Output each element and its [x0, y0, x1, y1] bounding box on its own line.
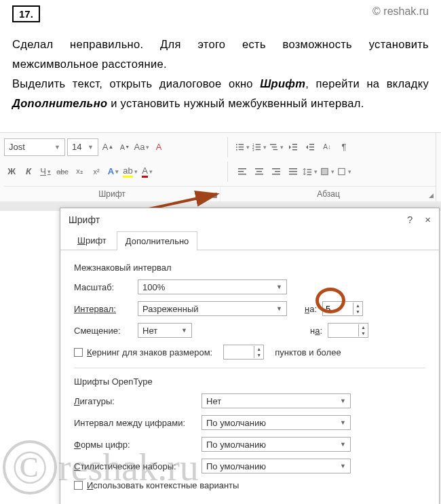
- subscript-button[interactable]: x₂: [72, 164, 87, 179]
- ligatures-combo[interactable]: Нет▼: [202, 393, 351, 408]
- font-name-combo[interactable]: Jost▼: [4, 138, 65, 156]
- help-button[interactable]: ?: [407, 214, 413, 225]
- para-dialog-launcher-icon[interactable]: ◢: [429, 192, 434, 199]
- svg-rect-1: [239, 144, 244, 144]
- svg-rect-35: [307, 174, 312, 174]
- font-size-combo[interactable]: 14▼: [67, 138, 98, 156]
- align-center-icon[interactable]: [252, 164, 267, 179]
- svg-rect-19: [309, 147, 314, 148]
- highlight-icon[interactable]: ab▾: [123, 164, 138, 179]
- watermark-top: © reshak.ru: [372, 5, 429, 18]
- italic-button[interactable]: К: [21, 164, 36, 179]
- bold-button[interactable]: Ж: [4, 164, 19, 179]
- svg-rect-36: [322, 168, 328, 174]
- grow-font-icon[interactable]: A▲: [100, 140, 115, 155]
- line-spacing-icon[interactable]: ▾: [303, 164, 318, 179]
- svg-rect-31: [289, 171, 297, 172]
- svg-rect-13: [272, 147, 277, 147]
- svg-rect-12: [270, 144, 276, 144]
- interval-combo[interactable]: Разреженный▼: [138, 301, 287, 316]
- offset-combo[interactable]: Нет▼: [138, 323, 192, 338]
- change-case-icon[interactable]: Aa▾: [134, 140, 149, 155]
- multilevel-icon[interactable]: ▾: [269, 140, 284, 155]
- word-ribbon: Jost▼ 14▼ A▲ A▼ Aa▾ A ▾ 123▾ ▾ A↓ ¶ Ж К …: [0, 132, 441, 201]
- svg-rect-20: [309, 149, 314, 151]
- stylistic-combo[interactable]: По умолчанию▼: [202, 459, 351, 473]
- numspacing-combo[interactable]: По умолчанию▼: [202, 415, 351, 430]
- offset-spinner[interactable]: ▲▼: [328, 323, 368, 338]
- instruction-text: Сделал неправильно. Для этого есть возмо…: [12, 35, 429, 113]
- svg-rect-16: [292, 147, 297, 148]
- font-color-icon[interactable]: A▾: [140, 164, 155, 179]
- increase-indent-icon[interactable]: [303, 140, 318, 155]
- svg-rect-37: [339, 168, 345, 174]
- underline-button[interactable]: Ч▾: [38, 164, 53, 179]
- ribbon-edge: [436, 133, 441, 201]
- tab-font[interactable]: Шрифт: [69, 231, 115, 250]
- spacing-input[interactable]: [323, 302, 353, 315]
- svg-rect-23: [238, 174, 246, 175]
- align-left-icon[interactable]: [235, 164, 250, 179]
- svg-rect-34: [307, 172, 312, 172]
- borders-icon[interactable]: ▾: [337, 164, 351, 179]
- label-numspacing: Интервал между цифрами:: [74, 418, 196, 428]
- svg-rect-14: [273, 149, 278, 149]
- kerning-input[interactable]: [224, 345, 254, 359]
- strike-button[interactable]: abc: [55, 164, 70, 179]
- text-effects-icon[interactable]: A▾: [106, 164, 121, 179]
- svg-rect-7: [256, 144, 261, 144]
- section-spacing: Межзнаковый интервал: [74, 263, 425, 273]
- scale-combo[interactable]: 100%▼: [138, 279, 287, 294]
- kerning-suffix: пунктов и более: [275, 347, 341, 357]
- svg-rect-27: [272, 168, 280, 170]
- svg-rect-21: [238, 168, 246, 170]
- kerning-checkbox[interactable]: Кернинг для знаков размером:: [74, 347, 212, 357]
- svg-rect-30: [289, 168, 297, 170]
- numforms-combo[interactable]: По умолчанию▼: [202, 437, 351, 452]
- label-na-1: на:: [305, 304, 317, 314]
- svg-point-4: [236, 149, 237, 150]
- svg-rect-15: [292, 144, 297, 145]
- paragraph-2: Выделить текст, открыть диалоговое окно …: [12, 74, 429, 113]
- section-opentype: Шрифты OpenType: [74, 376, 425, 387]
- svg-rect-17: [292, 149, 297, 151]
- bullets-icon[interactable]: ▾: [235, 140, 250, 155]
- svg-rect-22: [238, 171, 244, 172]
- label-ligatures: Лигатуры:: [74, 396, 196, 406]
- label-scale: Масштаб:: [74, 282, 132, 292]
- copyright-icon: ©: [3, 440, 57, 495]
- offset-input[interactable]: [328, 324, 358, 337]
- watermark-big: © reshak.ru: [3, 440, 199, 495]
- svg-point-0: [236, 144, 237, 145]
- svg-rect-26: [255, 174, 263, 175]
- sort-icon[interactable]: A↓: [320, 140, 334, 155]
- svg-rect-25: [256, 171, 262, 172]
- pilcrow-icon[interactable]: ¶: [337, 140, 351, 155]
- font-dialog-launcher-icon[interactable]: ◢: [212, 192, 217, 199]
- svg-point-2: [236, 147, 237, 148]
- svg-rect-18: [309, 144, 314, 145]
- shading-icon[interactable]: ▾: [320, 164, 334, 179]
- group-font: Шрифт◢: [4, 187, 220, 201]
- superscript-button[interactable]: x²: [89, 164, 104, 179]
- dialog-title: Шрифт: [69, 214, 100, 225]
- svg-rect-28: [275, 171, 280, 172]
- svg-rect-9: [256, 147, 261, 147]
- clear-format-icon[interactable]: A: [151, 140, 166, 155]
- svg-rect-11: [256, 149, 261, 149]
- shrink-font-icon[interactable]: A▼: [117, 140, 132, 155]
- close-button[interactable]: ×: [425, 214, 431, 225]
- spacing-spinner[interactable]: ▲▼: [322, 301, 363, 316]
- decrease-indent-icon[interactable]: [286, 140, 301, 155]
- label-offset: Смещение:: [74, 326, 132, 336]
- numbering-icon[interactable]: 123▾: [252, 140, 267, 155]
- align-right-icon[interactable]: [269, 164, 284, 179]
- group-paragraph: Абзац◢: [220, 187, 437, 201]
- paragraph-1: Сделал неправильно. Для этого есть возмо…: [12, 35, 429, 74]
- kerning-spinner[interactable]: ▲▼: [223, 345, 264, 360]
- align-justify-icon[interactable]: [286, 164, 301, 179]
- svg-rect-29: [272, 174, 280, 175]
- svg-rect-33: [307, 169, 312, 170]
- label-interval: Интервал:: [74, 304, 132, 314]
- tab-advanced[interactable]: Дополнительно: [117, 231, 198, 250]
